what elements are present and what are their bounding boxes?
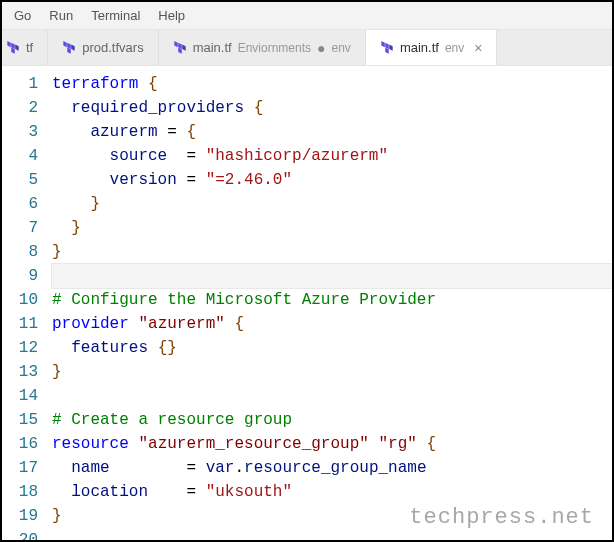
tab-2[interactable]: main.tfEnviornments●env: [159, 30, 366, 65]
code-line[interactable]: features {}: [52, 336, 612, 360]
code-line[interactable]: [52, 528, 612, 542]
line-number: 3: [2, 120, 38, 144]
code-line[interactable]: [52, 264, 612, 288]
line-number: 20: [2, 528, 38, 542]
code-area[interactable]: terraform { required_providers { azurerm…: [52, 72, 612, 542]
terraform-icon: [62, 41, 76, 55]
menu-go[interactable]: Go: [14, 8, 31, 23]
tab-label: tf: [26, 40, 33, 55]
tab-bar: tfprod.tfvarsmain.tfEnviornments●envmain…: [2, 30, 612, 66]
close-icon[interactable]: ×: [474, 40, 482, 56]
line-number: 17: [2, 456, 38, 480]
line-number: 1: [2, 72, 38, 96]
line-number: 18: [2, 480, 38, 504]
line-number: 6: [2, 192, 38, 216]
code-line[interactable]: provider "azurerm" {: [52, 312, 612, 336]
code-line[interactable]: location = "uksouth": [52, 480, 612, 504]
code-line[interactable]: # Configure the Microsoft Azure Provider: [52, 288, 612, 312]
line-number: 16: [2, 432, 38, 456]
code-line[interactable]: source = "hashicorp/azurerm": [52, 144, 612, 168]
line-number: 13: [2, 360, 38, 384]
code-line[interactable]: [52, 384, 612, 408]
line-number: 19: [2, 504, 38, 528]
line-number: 10: [2, 288, 38, 312]
code-line[interactable]: terraform {: [52, 72, 612, 96]
code-line[interactable]: }: [52, 216, 612, 240]
line-number: 2: [2, 96, 38, 120]
tab-label: main.tf: [400, 40, 439, 55]
tab-subtitle: Enviornments: [238, 41, 311, 55]
tab-subtitle: env: [445, 41, 464, 55]
tab-3[interactable]: main.tfenv×: [366, 30, 498, 65]
dirty-indicator-icon: ●: [317, 40, 325, 56]
menu-terminal[interactable]: Terminal: [91, 8, 140, 23]
code-line[interactable]: azurerm = {: [52, 120, 612, 144]
code-line[interactable]: # Create a resource group: [52, 408, 612, 432]
line-number: 12: [2, 336, 38, 360]
terraform-icon: [380, 41, 394, 55]
tab-label: main.tf: [193, 40, 232, 55]
code-line[interactable]: }: [52, 360, 612, 384]
line-number: 11: [2, 312, 38, 336]
line-number-gutter: 1234567891011121314151617181920: [2, 72, 52, 542]
code-line[interactable]: version = "=2.46.0": [52, 168, 612, 192]
code-line[interactable]: required_providers {: [52, 96, 612, 120]
tab-0[interactable]: tf: [2, 30, 48, 65]
menubar: GoRunTerminalHelp: [2, 2, 612, 30]
menu-run[interactable]: Run: [49, 8, 73, 23]
tab-extra: env: [332, 41, 351, 55]
menu-help[interactable]: Help: [158, 8, 185, 23]
tab-label: prod.tfvars: [82, 40, 143, 55]
code-line[interactable]: }: [52, 192, 612, 216]
line-number: 14: [2, 384, 38, 408]
terraform-icon: [173, 41, 187, 55]
line-number: 4: [2, 144, 38, 168]
terraform-icon: [6, 41, 20, 55]
line-number: 5: [2, 168, 38, 192]
code-line[interactable]: }: [52, 240, 612, 264]
line-number: 8: [2, 240, 38, 264]
line-number: 7: [2, 216, 38, 240]
tab-1[interactable]: prod.tfvars: [48, 30, 158, 65]
code-line[interactable]: }: [52, 504, 612, 528]
code-line[interactable]: name = var.resource_group_name: [52, 456, 612, 480]
editor: 1234567891011121314151617181920 terrafor…: [2, 66, 612, 542]
code-line[interactable]: resource "azurerm_resource_group" "rg" {: [52, 432, 612, 456]
line-number: 9: [2, 264, 38, 288]
line-number: 15: [2, 408, 38, 432]
